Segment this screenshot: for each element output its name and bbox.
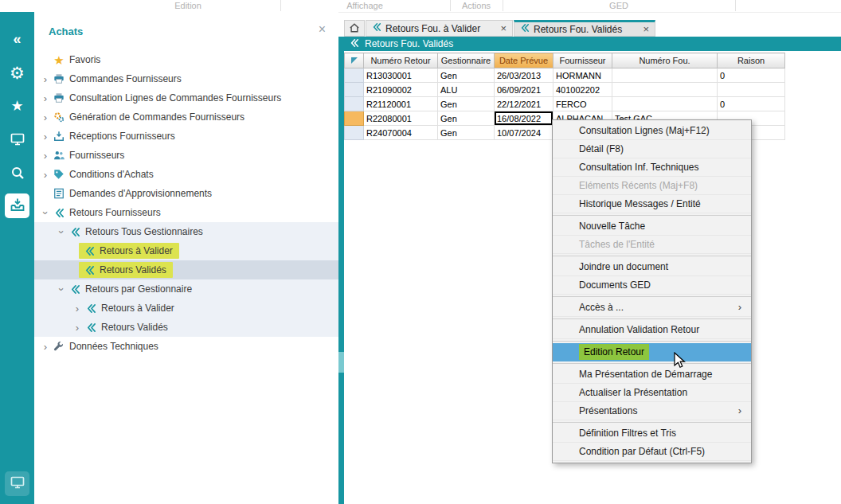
tree-item-retours-a-valider-tous[interactable]: Retours à Valider (34, 241, 338, 260)
menu-item-consultation-lignes[interactable]: Consultation Lignes (Maj+F12) (553, 122, 751, 140)
tree-item-donnees-techniques[interactable]: › Données Techniques (34, 337, 338, 356)
tree-item-commandes-fournisseurs[interactable]: › Commandes Fournisseurs (34, 69, 338, 88)
chevron-right-icon[interactable]: › (72, 303, 82, 315)
menu-item-annulation-validation-retour[interactable]: Annulation Validation Retour (553, 321, 751, 339)
chevron-down-icon[interactable]: › (40, 208, 52, 217)
menu-item-nouvelle-tache[interactable]: Nouvelle Tâche (553, 217, 751, 236)
scrollbar-thumb[interactable] (338, 352, 344, 373)
collapse-sidebar-button[interactable]: « (0, 25, 34, 53)
chevron-right-icon[interactable]: › (72, 322, 82, 334)
cell-raison[interactable]: 0 (718, 97, 785, 111)
chevron-right-icon[interactable]: › (41, 73, 50, 85)
cell-date-prevue[interactable]: 06/09/2021 (495, 83, 553, 97)
chevron-right-icon[interactable]: › (41, 150, 50, 162)
cell-numero-retour[interactable]: R22080001 (364, 111, 438, 126)
cell-numero-fou[interactable] (612, 83, 718, 97)
chevron-down-icon[interactable]: › (56, 284, 68, 294)
cell-fournisseur[interactable]: FERCO (553, 97, 612, 111)
menu-item-presentations[interactable]: Présentations› (553, 402, 751, 420)
col-header-date-prevue[interactable]: Date Prévue (495, 53, 553, 68)
close-tab-icon[interactable]: × (643, 23, 649, 35)
table-row: R21090002 ALU 06/09/2021 401002202 (345, 83, 785, 97)
close-nav-icon[interactable]: × (319, 22, 326, 37)
cell-raison[interactable] (718, 83, 785, 97)
chevron-down-icon[interactable]: › (56, 227, 68, 236)
col-header-raison[interactable]: Raison (718, 53, 785, 68)
col-header-fournisseur[interactable]: Fournisseur (553, 53, 612, 68)
menu-separator (553, 215, 751, 216)
close-tab-icon[interactable]: × (500, 22, 507, 34)
menu-item-taches-entite[interactable]: Tâches de l'Entité (553, 236, 751, 254)
tree-item-favoris[interactable]: ★ Favoris (34, 50, 338, 69)
cell-gestionnaire[interactable]: ALU (438, 83, 495, 97)
cell-gestionnaire[interactable]: Gen (438, 126, 495, 140)
tree-item-retours-valides-par-gest[interactable]: › Retours Validés (34, 318, 338, 337)
chevron-right-icon[interactable]: › (41, 111, 50, 123)
select-all-header[interactable] (345, 53, 364, 68)
screen-button[interactable] (5, 471, 29, 496)
display-button[interactable] (0, 127, 34, 155)
menu-item-detail[interactable]: Détail (F8) (553, 140, 751, 158)
menu-item-definition-filtres-tris[interactable]: Définition Filtres et Tris (553, 424, 751, 443)
row-selector-cell[interactable] (345, 97, 364, 111)
cell-date-prevue[interactable]: 26/03/2013 (495, 68, 553, 83)
col-header-numero-fou[interactable]: Numéro Fou. (612, 53, 718, 68)
tab-retours-fou-valides[interactable]: Retours Fou. Validés × (514, 20, 655, 37)
tree-item-retours-a-valider-par-gest[interactable]: › Retours à Valider (34, 299, 338, 318)
menu-item-actualiser-presentation[interactable]: Actualiser la Présentation (553, 384, 751, 402)
cell-numero-fou[interactable] (612, 68, 718, 83)
tree-item-retours-fournisseurs[interactable]: › Retours Fournisseurs (34, 203, 338, 222)
menu-item-edition-retour[interactable]: Edition Retour (553, 343, 751, 361)
yellow-highlight: Retours Validés (79, 262, 173, 278)
col-header-numero-retour[interactable]: Numéro Retour (364, 53, 438, 68)
tree-item-fournisseurs[interactable]: › Fournisseurs (34, 146, 338, 165)
cell-numero-retour[interactable]: R13030001 (364, 68, 438, 83)
settings-button[interactable]: ⚙ (0, 58, 34, 87)
tree-item-conditions-achats[interactable]: › Conditions d'Achats (34, 165, 338, 184)
cell-raison[interactable]: 0 (718, 68, 785, 83)
current-row-marker[interactable] (345, 111, 364, 126)
cell-numero-retour[interactable]: R21090002 (364, 83, 438, 97)
tab-retours-fou-a-valider[interactable]: Retours Fou. à Valider × (366, 20, 513, 37)
row-selector-cell[interactable] (345, 68, 364, 83)
row-selector-cell[interactable] (345, 83, 364, 97)
cell-date-prevue[interactable]: 10/07/2024 (495, 126, 553, 140)
favorites-button[interactable]: ★ (0, 92, 34, 120)
menu-item-consultation-inf-techniques[interactable]: Consultation Inf. Techniques (553, 158, 751, 177)
cell-gestionnaire[interactable]: Gen (438, 68, 495, 83)
menu-item-joindre-document[interactable]: Joindre un document (553, 258, 751, 276)
cell-gestionnaire[interactable]: Gen (438, 111, 495, 126)
tree-item-generation-commandes[interactable]: › Génération de Commandes Fournisseurs (34, 107, 338, 127)
menu-item-elements-recents[interactable]: Eléments Récents (Maj+F8) (553, 177, 751, 195)
cell-fournisseur[interactable]: 401002202 (553, 83, 612, 97)
cell-numero-retour[interactable]: R21120001 (364, 97, 438, 111)
cell-numero-fou[interactable] (612, 97, 718, 111)
tree-item-receptions-fournisseurs[interactable]: › Réceptions Fournisseurs (34, 127, 338, 146)
tree-item-demandes-approvisionnements[interactable]: Demandes d'Approvisionnements (34, 184, 338, 203)
tree-item-consultation-lignes[interactable]: › Consultation Lignes de Commandes Fourn… (34, 88, 338, 107)
focused-cell[interactable]: 16/08/2022 (495, 111, 553, 126)
cell-numero-retour[interactable]: R24070004 (364, 126, 438, 140)
tree-item-retours-tous-gestionnaires[interactable]: › Retours Tous Gestionnaires (34, 222, 338, 241)
menu-item-historique-messages[interactable]: Historique Messages / Entité (553, 195, 751, 213)
cell-date-prevue[interactable]: 22/12/2021 (495, 97, 553, 111)
menu-item-documents-ged[interactable]: Documents GED (553, 276, 751, 295)
chevron-right-icon[interactable]: › (41, 169, 50, 181)
tree-item-retours-par-gestionnaire[interactable]: › Retours par Gestionnaire (34, 279, 338, 299)
row-selector-cell[interactable] (345, 126, 364, 140)
tree-item-retours-valides-tous[interactable]: Retours Validés (34, 260, 338, 279)
nav-scrollbar[interactable] (338, 37, 344, 504)
menu-item-ma-presentation-demarrage[interactable]: Ma Présentation de Démarrage (553, 365, 751, 384)
ribbon-group-affichage: Affichage (346, 1, 383, 10)
chevron-right-icon[interactable]: › (41, 341, 50, 353)
chevron-right-icon[interactable]: › (41, 131, 50, 143)
col-header-gestionnaire[interactable]: Gestionnaire (438, 53, 495, 68)
cell-fournisseur[interactable]: HORMANN (553, 68, 612, 83)
menu-item-condition-par-defaut[interactable]: Condition par Défaut (Ctrl-F5) (553, 443, 751, 461)
chevron-right-icon[interactable]: › (41, 92, 50, 104)
menu-item-acces-a[interactable]: Accès à ...› (553, 299, 751, 317)
search-button[interactable] (0, 160, 34, 189)
receptions-module-button[interactable] (5, 193, 29, 218)
tab-home[interactable] (344, 20, 365, 37)
cell-gestionnaire[interactable]: Gen (438, 97, 495, 111)
